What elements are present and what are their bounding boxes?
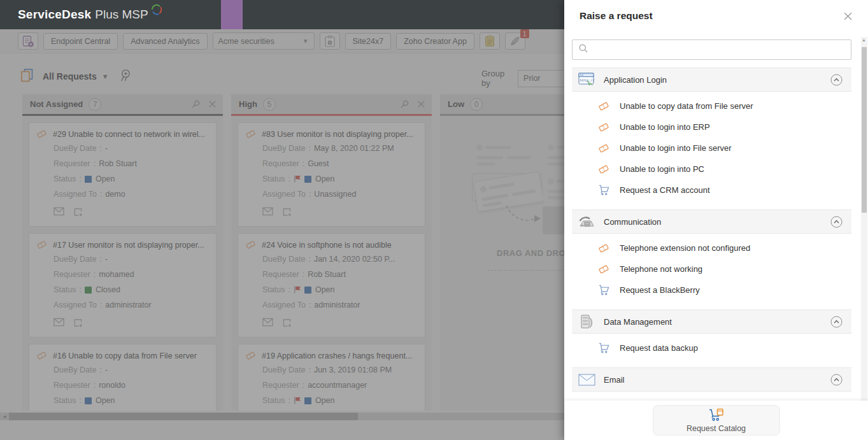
- nav-item-dashboard[interactable]: [199, 0, 221, 29]
- section-items: Telephone extension not configured Telep…: [572, 234, 851, 302]
- cart-icon: [598, 185, 610, 195]
- ticket-icon: [599, 243, 609, 253]
- ticket-icon: [599, 101, 609, 111]
- browser-window-icon: http://: [576, 72, 597, 88]
- catalog-item-label: Request data backup: [620, 343, 698, 353]
- panel-footer: Request Catalog: [564, 401, 868, 440]
- cart-icon: [598, 343, 610, 353]
- catalog-item-label: Unable to copy data from File server: [620, 101, 753, 111]
- logo-swirl-icon: [150, 3, 162, 18]
- chevron-up-circle-icon[interactable]: [830, 74, 843, 86]
- section-items: Unable to copy data from File server Una…: [572, 92, 851, 202]
- catalog-section-email: Email: [572, 367, 851, 397]
- vertical-scrollbar-thumb[interactable]: [862, 47, 867, 213]
- close-icon[interactable]: [843, 11, 853, 21]
- raise-request-panel: Raise a request http:// Application Logi…: [564, 0, 868, 440]
- server-stack-icon: [576, 314, 597, 330]
- catalog-item-label: Unable to login into PC: [620, 164, 704, 174]
- nav-item-more[interactable]: [373, 0, 383, 29]
- nav-item-assets[interactable]: [351, 0, 373, 29]
- ticket-icon: [597, 264, 610, 274]
- ticket-icon: [599, 122, 609, 132]
- catalog-item-unable-to-copy-data-from-file-server[interactable]: Unable to copy data from File server: [572, 96, 851, 117]
- section-items: [572, 392, 851, 397]
- chevron-up-circle-icon[interactable]: [830, 216, 843, 228]
- catalog-item-telephone-not-working[interactable]: Telephone not working: [572, 259, 851, 280]
- panel-title: Raise a request: [580, 10, 653, 22]
- nav-item-home[interactable]: [178, 0, 199, 29]
- ticket-icon: [597, 243, 610, 253]
- catalog-item-unable-to-login-into-file-server[interactable]: Unable to login into File server: [572, 138, 851, 159]
- chevron-up-circle-icon[interactable]: [830, 316, 843, 328]
- ticket-icon: [597, 101, 610, 111]
- nav-item-projects[interactable]: [286, 0, 308, 29]
- svg-text:http://: http://: [580, 78, 594, 82]
- ticket-icon: [599, 264, 609, 274]
- ticket-icon: [597, 143, 610, 153]
- cart-icon: [597, 185, 610, 195]
- main-area: ServiceDesk Plus MSP: [0, 0, 564, 440]
- logo-text-bold: ServiceDesk: [18, 8, 91, 22]
- catalog-section-header[interactable]: Communication: [572, 209, 851, 234]
- top-navbar: ServiceDesk Plus MSP: [0, 0, 564, 29]
- cart-icon: [597, 285, 610, 295]
- catalog-item-label: Request a CRM account: [620, 185, 710, 195]
- catalog-section-header[interactable]: Email: [572, 367, 851, 392]
- scroll-up-arrow-icon[interactable]: ▲: [862, 38, 866, 42]
- catalog-section-communication: Communication Telephone extension not co…: [572, 209, 851, 302]
- section-items: Request data backup: [572, 334, 851, 360]
- nav-item-accounts[interactable]: [329, 0, 351, 29]
- catalog-section-application-login: http:// Application Login Unable to copy…: [572, 67, 851, 202]
- catalog-item-label: Telephone not working: [620, 264, 702, 274]
- nav-item-solutions[interactable]: [308, 0, 329, 29]
- section-name: Data Management: [604, 317, 672, 327]
- catalog-item-unable-to-login-into-erp[interactable]: Unable to login into ERP: [572, 117, 851, 138]
- request-catalog-button[interactable]: Request Catalog: [653, 405, 780, 436]
- backdrop-overlay[interactable]: [0, 29, 564, 440]
- catalog-item-label: Unable to login into File server: [620, 143, 732, 153]
- catalog-cart-icon: [708, 408, 724, 423]
- catalog-sections: http:// Application Login Unable to copy…: [572, 60, 851, 440]
- catalog-item-request-a-blackberry[interactable]: Request a BlackBerry: [572, 280, 851, 301]
- section-name: Application Login: [604, 75, 667, 85]
- cart-icon: [598, 285, 610, 295]
- nav-item-problems[interactable]: [243, 0, 264, 29]
- panel-header: Raise a request: [564, 0, 868, 32]
- catalog-item-telephone-extension-not-configured[interactable]: Telephone extension not configured: [572, 238, 851, 259]
- vertical-scrollbar[interactable]: ▲: [861, 37, 867, 401]
- search-box: [572, 39, 851, 60]
- search-icon: [578, 43, 588, 56]
- catalog-item-label: Telephone extension not configured: [620, 243, 750, 253]
- panel-search-area: [564, 32, 868, 60]
- catalog-section-header[interactable]: http:// Application Login: [572, 67, 851, 92]
- request-catalog-label: Request Catalog: [687, 424, 746, 433]
- section-name: Communication: [604, 217, 661, 227]
- cart-icon: [597, 343, 610, 353]
- catalog-item-label: Request a BlackBerry: [620, 285, 700, 295]
- ticket-icon: [597, 122, 610, 132]
- envelope-icon: [576, 374, 597, 386]
- catalog-item-unable-to-login-into-pc[interactable]: Unable to login into PC: [572, 159, 851, 180]
- app-logo[interactable]: ServiceDesk Plus MSP: [18, 8, 161, 22]
- catalog-item-request-data-backup[interactable]: Request data backup: [572, 337, 851, 358]
- nav-item-requests[interactable]: [221, 0, 243, 29]
- ticket-icon: [599, 164, 609, 174]
- catalog-item-label: Unable to login into ERP: [620, 122, 710, 132]
- screen: ServiceDesk Plus MSP: [0, 0, 868, 440]
- logo-text-rest: Plus MSP: [95, 8, 148, 22]
- nav-item-changes[interactable]: [264, 0, 286, 29]
- chevron-up-circle-icon[interactable]: [830, 374, 843, 386]
- section-name: Email: [604, 375, 625, 385]
- ticket-icon: [597, 164, 610, 174]
- ticket-icon: [599, 143, 609, 153]
- nav-menu: [178, 0, 383, 29]
- search-input[interactable]: [594, 45, 845, 55]
- catalog-item-request-a-crm-account[interactable]: Request a CRM account: [572, 180, 851, 201]
- catalog-section-data-management: Data Management Request data backup: [572, 309, 851, 360]
- catalog-section-header[interactable]: Data Management: [572, 309, 851, 334]
- telephone-icon: [576, 215, 597, 229]
